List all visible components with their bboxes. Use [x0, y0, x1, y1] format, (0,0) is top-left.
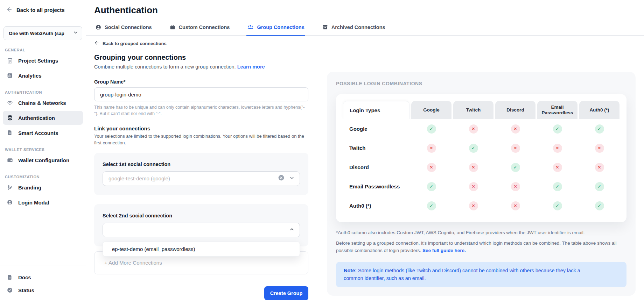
cell-twitch-email-passwordless: ✕: [537, 138, 578, 158]
row-label-google: Google: [343, 119, 410, 138]
tab-archived-connections[interactable]: Archived Connections: [321, 22, 386, 36]
row-label-discord: Discord: [343, 158, 410, 177]
sidebar-item-label: Analytics: [18, 73, 42, 79]
cell-twitch-discord: ✕: [495, 138, 536, 158]
combinations-panel: POSSIBLE LOGIN COMBINATIONS Login TypesG…: [327, 72, 636, 296]
cell-auth0-discord: ✕: [495, 196, 536, 215]
check-icon: ✓: [553, 182, 562, 191]
cell-email-passwordless-auth0: ✓: [579, 177, 620, 196]
cross-icon: ✕: [469, 163, 478, 172]
back-to-grouped-connections-link[interactable]: Back to grouped connections: [94, 40, 308, 46]
arrow-left-icon: [6, 6, 13, 14]
sidebar-item-authentication[interactable]: Authentication: [3, 111, 83, 125]
tab-label: Social Connections: [105, 24, 152, 30]
note-box: Note: Some login methods (like Twitch an…: [336, 262, 626, 288]
check-icon: ✓: [553, 124, 562, 134]
column-header-email-passwordless: Email Passwordless: [537, 101, 578, 119]
select2-dropdown[interactable]: [103, 223, 300, 237]
create-group-button[interactable]: Create Group: [264, 286, 308, 300]
page-title: Authentication: [94, 5, 644, 16]
link-connections-heading: Link your connections: [94, 125, 308, 131]
cross-icon: ✕: [553, 163, 562, 172]
tab-social-connections[interactable]: Social Connections: [94, 22, 153, 36]
chevron-up-icon: [289, 226, 295, 233]
cross-icon: ✕: [469, 182, 478, 191]
cell-email-passwordless-email-passwordless: ✓: [537, 177, 578, 196]
cell-auth0-twitch: ✕: [453, 196, 493, 215]
guide-footnote-text: Before setting up a grouped connection, …: [336, 240, 617, 253]
wallet-icon: [6, 157, 13, 164]
cross-icon: ✕: [595, 163, 604, 172]
section-description: Combine multiple connections to form a n…: [94, 64, 308, 70]
cell-auth0-google: ✓: [411, 196, 451, 215]
see-full-guide-link[interactable]: See full guide here.: [422, 248, 466, 253]
check-icon: ✓: [595, 201, 604, 210]
tab-custom-connections[interactable]: Custom Connections: [169, 22, 231, 36]
sidebar: Back to all projects One with Web3Auth (…: [0, 0, 86, 302]
project-selector[interactable]: One with Web3Auth (sap: [4, 26, 82, 40]
check-icon: ✓: [553, 201, 562, 210]
sidebar-item-label: Wallet Configuration: [18, 157, 69, 163]
row-label-twitch: Twitch: [343, 138, 410, 158]
sidebar-section-label-general: GENERAL: [5, 48, 81, 52]
sidebar-item-label: Status: [18, 287, 34, 293]
select1-dropdown[interactable]: google-test-demo (google): [103, 171, 300, 186]
sidebar-item-label: Authentication: [18, 115, 55, 121]
cell-twitch-auth0: ✕: [579, 138, 620, 158]
link-connections-helper: Your selections are limited to the suppo…: [94, 133, 308, 146]
branding-icon: [6, 184, 13, 190]
sidebar-item-status[interactable]: Status: [3, 284, 83, 296]
cell-google-auth0: ✓: [579, 119, 620, 138]
cell-email-passwordless-twitch: ✕: [453, 177, 493, 196]
sidebar-item-login-modal[interactable]: Login Modal: [3, 195, 83, 209]
sidebar-item-wallet-configuration[interactable]: Wallet Configuration: [3, 153, 83, 167]
cell-discord-twitch: ✕: [453, 158, 493, 177]
smart-accounts-icon: [6, 130, 13, 136]
analytics-icon: [6, 72, 13, 79]
sidebar-item-docs[interactable]: Docs: [3, 271, 83, 283]
chevron-down-icon: [73, 30, 78, 37]
check-icon: ✓: [427, 182, 436, 191]
column-header-auth0: Auth0 (*): [579, 101, 620, 119]
sidebar-item-smart-accounts[interactable]: Smart Accounts: [3, 126, 83, 140]
check-icon: ✓: [427, 201, 436, 210]
sidebar-item-label: Chains & Networks: [18, 100, 66, 106]
arrow-left-icon: [94, 40, 99, 46]
select1-value: google-test-demo (google): [108, 175, 170, 181]
back-to-grouped-connections-label: Back to grouped connections: [103, 41, 167, 46]
wifi-icon: [6, 99, 13, 106]
doc-icon: [6, 274, 13, 280]
clear-icon[interactable]: [278, 174, 285, 182]
row-label-email-passwordless: Email Passwordless: [343, 177, 410, 196]
select2-label: Select 2nd social connection: [103, 213, 300, 218]
select2-options-menu: ep-test-demo (email_passwordless): [103, 242, 300, 257]
check-icon: ✓: [595, 124, 604, 134]
content-row: Back to grouped connections Grouping you…: [86, 36, 644, 302]
app-root: Back to all projects One with Web3Auth (…: [0, 0, 644, 302]
guide-footnote: Before setting up a grouped connection, …: [336, 240, 626, 254]
learn-more-link[interactable]: Learn more: [237, 64, 265, 70]
sidebar-item-label: Branding: [18, 185, 41, 190]
database-icon: [6, 115, 13, 121]
group-name-helper: This name has to be unique and can only …: [94, 104, 308, 117]
cell-discord-auth0: ✕: [579, 158, 620, 177]
cell-google-twitch: ✕: [453, 119, 493, 138]
sidebar-item-chains-networks[interactable]: Chains & Networks: [3, 96, 83, 110]
back-to-projects-link[interactable]: Back to all projects: [0, 0, 86, 19]
tab-label: Group Connections: [257, 24, 304, 30]
sidebar-item-analytics[interactable]: Analytics: [3, 69, 83, 82]
sidebar-item-project-settings[interactable]: Project Settings: [3, 53, 83, 67]
cell-email-passwordless-discord: ✕: [495, 177, 536, 196]
group-name-input[interactable]: [94, 87, 308, 101]
check-icon: ✓: [511, 163, 520, 172]
tab-group-connections[interactable]: Group Connections: [246, 22, 305, 36]
user-circle-icon: [6, 199, 13, 206]
sidebar-item-label: Docs: [18, 274, 31, 280]
sidebar-item-branding[interactable]: Branding: [3, 180, 83, 194]
cross-icon: ✕: [595, 144, 604, 153]
cell-email-passwordless-google: ✓: [411, 177, 451, 196]
cross-icon: ✕: [511, 144, 520, 153]
select2-option-ep-test-demo-email-passwordless[interactable]: ep-test-demo (email_passwordless): [103, 242, 300, 256]
second-connection-card: Select 2nd social connection ep-test-dem…: [94, 204, 308, 246]
check-icon: ✓: [595, 182, 604, 191]
